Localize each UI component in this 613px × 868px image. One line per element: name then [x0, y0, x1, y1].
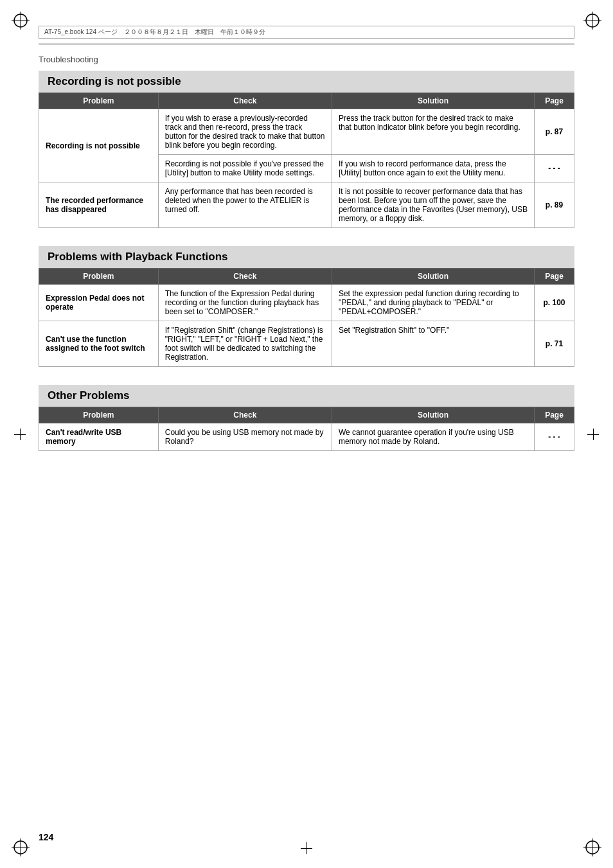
header-separator: [39, 44, 574, 44]
check-cell-2: Recording is not possible if you've pres…: [158, 155, 332, 182]
page-section-label: Troubleshooting: [39, 55, 574, 64]
check-cell-6: Could you be using USB memory not made b…: [158, 423, 332, 451]
section-header-recording: Recording is not possible: [39, 71, 574, 93]
section-other: Other Problems Problem Check Solution Pa…: [39, 385, 574, 451]
problem-cell-3: The recorded performance has disappeared: [39, 182, 159, 228]
table-row: The recorded performance has disappeared…: [39, 182, 574, 228]
table-recording: Problem Check Solution Page Recording is…: [39, 93, 574, 228]
solution-cell-3: It is not possible to recover performanc…: [332, 182, 534, 228]
table-other: Problem Check Solution Page Can't read/w…: [39, 407, 574, 451]
col-solution-3: Solution: [332, 407, 534, 423]
problem-cell-6: Can't read/write USB memory: [39, 423, 159, 451]
col-solution-1: Solution: [332, 93, 534, 109]
side-mark-bottom-center: [301, 842, 312, 854]
col-problem-3: Problem: [39, 407, 159, 423]
col-problem-1: Problem: [39, 93, 159, 109]
check-cell-5: If "Registration Shift" (change Registra…: [158, 321, 332, 367]
col-page-1: Page: [535, 93, 574, 109]
side-mark-right: [587, 429, 599, 440]
solution-cell-1: Press the track button for the desired t…: [332, 109, 534, 155]
problem-cell-4: Expression Pedal does not operate: [39, 285, 159, 321]
section-playback: Problems with Playback Functions Problem…: [39, 246, 574, 367]
corner-mark-tr: [583, 12, 601, 30]
table-row: Expression Pedal does not operate The fu…: [39, 285, 574, 321]
col-page-2: Page: [535, 269, 574, 285]
check-cell-1: If you wish to erase a previously-record…: [158, 109, 332, 155]
section-header-other: Other Problems: [39, 385, 574, 407]
corner-mark-tl: [12, 12, 30, 30]
col-check-2: Check: [158, 269, 332, 285]
col-page-3: Page: [535, 407, 574, 423]
solution-cell-6: We cannot guarantee operation if you're …: [332, 423, 534, 451]
page-number: 124: [39, 832, 53, 842]
check-cell-3: Any performance that has been recorded i…: [158, 182, 332, 228]
table-row: Recording is not possible If you wish to…: [39, 109, 574, 155]
problem-cell-1: Recording is not possible: [39, 109, 159, 182]
page-wrapper: AT-75_e.book 124 ページ ２００８年８月２１日 木曜日 午前１０…: [0, 0, 613, 868]
table-row: Can't use the function assigned to the f…: [39, 321, 574, 367]
page-cell-2: - - -: [535, 155, 574, 182]
col-check-3: Check: [158, 407, 332, 423]
side-mark-left: [14, 429, 26, 440]
table-row: Can't read/write USB memory Could you be…: [39, 423, 574, 451]
page-cell-1: p. 87: [535, 109, 574, 155]
col-solution-2: Solution: [332, 269, 534, 285]
col-problem-2: Problem: [39, 269, 159, 285]
page-cell-5: p. 71: [535, 321, 574, 367]
check-cell-4: The function of the Expression Pedal dur…: [158, 285, 332, 321]
col-check-1: Check: [158, 93, 332, 109]
solution-cell-2: If you wish to record performance data, …: [332, 155, 534, 182]
page-header: AT-75_e.book 124 ページ ２００８年８月２１日 木曜日 午前１０…: [39, 19, 574, 64]
corner-mark-bl: [12, 838, 30, 856]
header-text: AT-75_e.book 124 ページ ２００８年８月２１日 木曜日 午前１０…: [44, 28, 265, 37]
table-playback: Problem Check Solution Page Expression P…: [39, 268, 574, 367]
page-cell-6: - - -: [535, 423, 574, 451]
corner-mark-br: [583, 838, 601, 856]
page-cell-3: p. 89: [535, 182, 574, 228]
problem-cell-5: Can't use the function assigned to the f…: [39, 321, 159, 367]
header-top-line: AT-75_e.book 124 ページ ２００８年８月２１日 木曜日 午前１０…: [39, 26, 574, 39]
solution-cell-5: Set "Registration Shift" to "OFF.": [332, 321, 534, 367]
section-header-playback: Problems with Playback Functions: [39, 246, 574, 268]
page-cell-4: p. 100: [535, 285, 574, 321]
section-recording: Recording is not possible Problem Check …: [39, 71, 574, 228]
solution-cell-4: Set the expression pedal function during…: [332, 285, 534, 321]
